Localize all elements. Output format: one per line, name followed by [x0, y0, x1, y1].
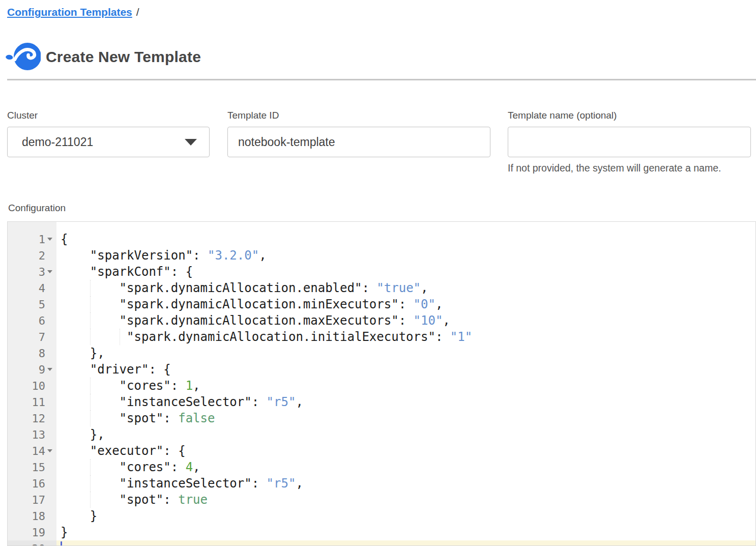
code-line[interactable]: 2 "sparkVersion": "3.2.0", [8, 247, 755, 264]
code-line[interactable]: 14 "executor": { [8, 443, 755, 459]
code-line[interactable]: 18 } [8, 508, 755, 524]
code-line[interactable]: 15 "cores": 4, [8, 459, 755, 475]
indent-guide [90, 410, 91, 426]
code-editor[interactable]: 1{2 "sparkVersion": "3.2.0",3 "sparkConf… [7, 221, 756, 546]
code-line[interactable]: 3 "sparkConf": { [8, 264, 755, 280]
gutter-line-number: 20 [8, 540, 56, 546]
gutter-line-number: 4 [8, 280, 56, 296]
cluster-select-value: demo-211021 [8, 135, 93, 149]
template-name-label: Template name (optional) [508, 110, 751, 121]
gutter-line-number: 19 [8, 524, 56, 540]
indent-guide [90, 329, 91, 345]
template-name-helper: If not provided, the system will generat… [508, 162, 751, 174]
indent-guide [90, 296, 91, 312]
template-form: Cluster demo-211021 Template ID Template… [7, 110, 751, 174]
indent-guide [90, 394, 91, 410]
cluster-select[interactable]: demo-211021 [7, 127, 210, 157]
gutter-line-number: 7 [8, 329, 56, 345]
gutter-line-number: 8 [8, 345, 56, 361]
breadcrumb-link[interactable]: Configuration Templates [7, 6, 132, 18]
fold-arrow-icon[interactable] [47, 270, 52, 273]
code-line[interactable]: 17 "spot": true [8, 492, 755, 508]
indent-guide [90, 378, 91, 394]
cluster-label: Cluster [7, 110, 210, 121]
editor-cursor [61, 541, 62, 546]
indent-guide [90, 459, 91, 475]
gutter-line-number: 13 [8, 426, 56, 443]
code-line[interactable]: 4 "spark.dynamicAllocation.enabled": "tr… [8, 280, 755, 296]
fold-arrow-icon[interactable] [47, 368, 52, 371]
indent-guide [90, 492, 91, 508]
code-line[interactable]: 5 "spark.dynamicAllocation.minExecutors"… [8, 296, 755, 312]
gutter-line-number: 6 [8, 312, 56, 329]
gutter-line-number: 14 [8, 443, 56, 459]
code-line[interactable]: 6 "spark.dynamicAllocation.maxExecutors"… [8, 312, 755, 329]
configuration-label: Configuration [8, 203, 66, 214]
gutter-line-number: 16 [8, 475, 56, 492]
gutter-line-number: 3 [8, 264, 56, 280]
fold-arrow-icon[interactable] [47, 449, 52, 452]
indent-guide [90, 280, 91, 296]
breadcrumb-separator: / [136, 6, 139, 18]
code-line[interactable]: 13 }, [8, 426, 755, 443]
gutter-line-number: 1 [8, 231, 56, 247]
template-id-field: Template ID [227, 110, 490, 174]
code-line[interactable]: 7 "spark.dynamicAllocation.initialExecut… [8, 329, 755, 345]
code-line[interactable]: 11 "instanceSelector": "r5", [8, 394, 755, 410]
editor-lines: 1{2 "sparkVersion": "3.2.0",3 "sparkConf… [8, 222, 755, 546]
code-line[interactable]: 12 "spot": false [8, 410, 755, 426]
gutter-line-number: 9 [8, 361, 56, 378]
fold-arrow-icon[interactable] [47, 238, 52, 241]
template-id-input[interactable] [227, 127, 490, 157]
code-line[interactable]: 19} [8, 524, 755, 540]
gutter-line-number: 10 [8, 378, 56, 394]
gutter-line-number: 11 [8, 394, 56, 410]
template-id-label: Template ID [227, 110, 490, 121]
header-divider [7, 79, 756, 80]
ocean-logo-icon [4, 42, 41, 72]
code-line[interactable]: 1{ [8, 231, 755, 247]
indent-guide [120, 329, 120, 345]
gutter-line-number: 12 [8, 410, 56, 426]
gutter-line-number: 2 [8, 247, 56, 264]
indent-guide [90, 312, 91, 329]
active-code-line[interactable]: 20 [8, 540, 755, 546]
code-line[interactable]: 16 "instanceSelector": "r5", [8, 475, 755, 492]
breadcrumb: Configuration Templates/ [7, 6, 139, 18]
gutter-line-number: 17 [8, 492, 56, 508]
page-header: Create New Template [4, 42, 201, 72]
template-name-field: Template name (optional) If not provided… [508, 110, 751, 174]
code-line[interactable]: 8 }, [8, 345, 755, 361]
code-line[interactable]: 9 "driver": { [8, 361, 755, 378]
code-line[interactable]: 10 "cores": 1, [8, 378, 755, 394]
indent-guide [90, 475, 91, 492]
dropdown-caret-icon [185, 139, 197, 146]
cluster-field: Cluster demo-211021 [7, 110, 210, 174]
page-title: Create New Template [46, 48, 201, 66]
gutter-line-number: 15 [8, 459, 56, 475]
gutter-line-number: 18 [8, 508, 56, 524]
gutter-line-number: 5 [8, 296, 56, 312]
template-name-input[interactable] [508, 127, 751, 157]
